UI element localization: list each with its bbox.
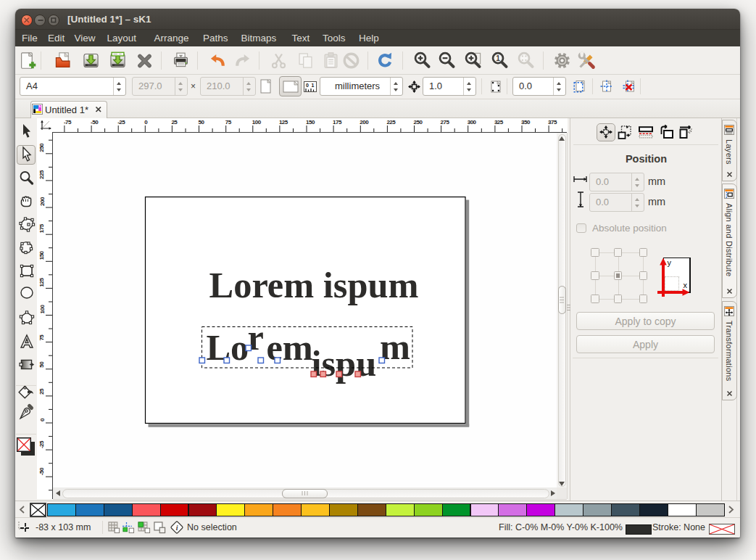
svg-text:175: 175 <box>39 223 46 233</box>
svg-text:25: 25 <box>39 388 46 395</box>
svg-text:100: 100 <box>39 305 46 314</box>
svg-text:-50: -50 <box>91 119 99 125</box>
svg-text:200: 200 <box>39 197 46 206</box>
svg-text:1: 1 <box>311 82 314 87</box>
svg-text:50: 50 <box>199 119 205 125</box>
svg-text:100: 100 <box>252 119 262 125</box>
svg-text:-25: -25 <box>117 119 125 125</box>
svg-text:175: 175 <box>333 119 342 125</box>
svg-text:1: 1 <box>496 54 500 62</box>
svg-text:75: 75 <box>225 119 232 125</box>
svg-text:75: 75 <box>39 334 46 341</box>
svg-text:25: 25 <box>171 119 178 125</box>
svg-text:ispu: ispu <box>312 343 377 384</box>
svg-text:-50: -50 <box>39 467 46 475</box>
svg-text:r: r <box>248 317 264 358</box>
svg-text:325: 325 <box>494 119 504 125</box>
svg-text:200: 200 <box>360 119 369 125</box>
svg-text:em: em <box>267 327 313 368</box>
svg-text:275: 275 <box>441 119 450 125</box>
svg-text:150: 150 <box>39 250 46 260</box>
svg-text:-75: -75 <box>64 119 72 125</box>
svg-text:Lorem ispum: Lorem ispum <box>209 265 419 305</box>
svg-text:-25: -25 <box>39 440 46 448</box>
svg-text:150: 150 <box>306 119 315 125</box>
svg-text:125: 125 <box>279 119 288 125</box>
svg-text:i: i <box>175 524 178 532</box>
svg-text:350: 350 <box>521 119 531 125</box>
svg-text:225: 225 <box>39 170 46 179</box>
svg-text:250: 250 <box>39 143 46 152</box>
svg-text:225: 225 <box>386 119 396 125</box>
svg-text:125: 125 <box>39 278 46 287</box>
svg-text:50: 50 <box>39 361 46 368</box>
svg-text:300: 300 <box>468 119 477 125</box>
svg-text:250: 250 <box>414 119 423 125</box>
svg-text:0: 0 <box>306 82 309 87</box>
svg-text:375: 375 <box>548 119 557 125</box>
